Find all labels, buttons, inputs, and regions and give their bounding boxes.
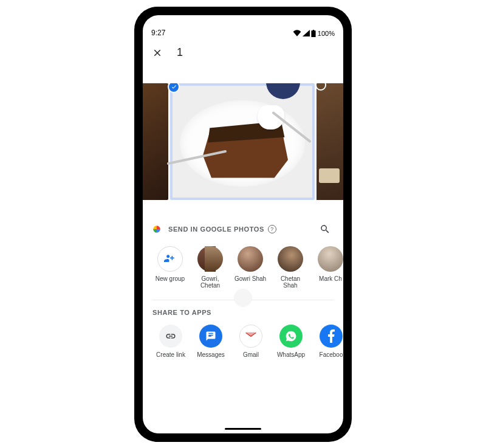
contact-gowri-chetan[interactable]: Gowri, Chetan [193,246,228,289]
nav-handle[interactable] [225,428,261,430]
battery-icon [311,30,316,37]
photo-thumbnail-next[interactable] [317,83,343,200]
whatsapp-icon [279,325,303,348]
status-time: 9:27 [151,29,165,37]
screen: 9:27 100% 1 [143,15,343,433]
contact-label: Gowri, Chetan [193,275,228,289]
send-section-label: SEND IN GOOGLE PHOTOS [168,226,264,233]
contact-chetan-shah[interactable]: Chetan Shah [273,246,308,289]
new-group-button[interactable]: New group [152,246,188,289]
contact-label: Gowri Shah [234,275,266,283]
new-group-icon [157,246,183,272]
app-label: WhatsApp [277,351,305,358]
unselected-circle-icon [315,83,326,91]
drag-handle[interactable] [234,289,252,307]
avatar [197,246,223,272]
phone-frame: 9:27 100% 1 [134,7,352,442]
selection-count: 1 [177,46,183,59]
photo-content [173,86,312,198]
cellular-icon [303,30,310,36]
avatar [318,246,343,272]
search-icon [320,224,330,235]
apps-section-label: SHARE TO APPS [152,309,211,316]
app-label: Faceboo [320,351,343,358]
avatar [278,246,303,272]
header: 1 [143,40,343,66]
photo-carousel[interactable] [143,83,343,200]
apps-row[interactable]: Create link Messages Gmail WhatsApp [143,316,343,358]
apps-section-header: SHARE TO APPS [143,309,343,316]
divider [152,300,334,300]
google-photos-icon [152,225,161,233]
photo-thumbnail-selected[interactable] [170,83,315,200]
help-icon[interactable]: ? [268,225,276,233]
gmail-icon [239,325,262,348]
contact-label: New group [156,275,185,283]
send-section-header: SEND IN GOOGLE PHOTOS ? [143,221,343,238]
avatar [238,246,263,272]
battery-percent: 100% [318,30,335,37]
app-create-link[interactable]: Create link [152,325,189,358]
contact-gowri-shah[interactable]: Gowri Shah [233,246,268,289]
app-messages[interactable]: Messages [193,325,229,358]
app-gmail[interactable]: Gmail [233,325,269,358]
photo-thumbnail-prev[interactable] [143,83,168,200]
wifi-icon [293,30,301,36]
contact-label: Mark Ch [319,275,342,283]
close-icon [152,47,163,58]
messages-icon [199,325,222,348]
selected-check-icon [168,83,180,93]
link-icon [159,325,182,348]
contact-label: Chetan Shah [273,275,308,289]
close-button[interactable] [149,44,166,61]
contact-mark[interactable]: Mark Ch [313,246,343,289]
status-icons: 100% [293,30,335,37]
facebook-icon [320,325,343,348]
app-facebook[interactable]: Faceboo [313,325,343,358]
app-label: Gmail [243,351,259,358]
app-label: Create link [156,351,185,358]
app-label: Messages [197,351,225,358]
app-whatsapp[interactable]: WhatsApp [273,325,309,358]
status-bar: 9:27 100% [143,15,343,40]
search-button[interactable] [317,221,334,238]
